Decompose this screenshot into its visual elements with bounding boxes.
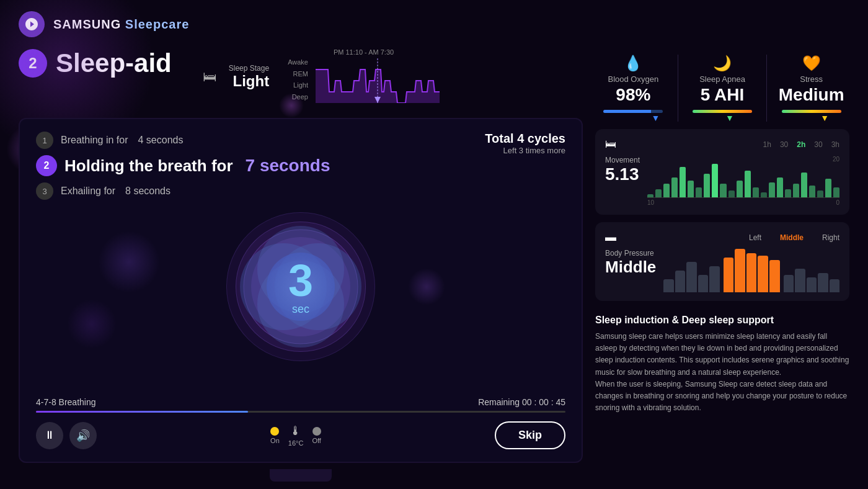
step-number-badge: 2 xyxy=(19,49,47,78)
tv-controls: 4-7-8 Breathing Remaining 00 : 00 : 45 ⏸… xyxy=(36,397,565,449)
step-num-2: 2 xyxy=(36,155,57,176)
movement-value: 5.13 xyxy=(605,164,640,184)
movement-icon: 🛏 xyxy=(605,138,616,151)
sleep-stage-area: 🛏 Sleep Stage Light PM 11:10 - AM 7:30 A… xyxy=(203,48,440,105)
tab-1h[interactable]: 1h xyxy=(763,140,771,149)
breath-number: 3 xyxy=(288,258,313,303)
blood-oxygen-value: 98% xyxy=(595,85,671,105)
pos-middle: Middle xyxy=(780,233,804,242)
sleep-apnea-card: 🌙 Sleep Apnea 5 AHI ▼ xyxy=(684,55,761,122)
header: SAMSUNG Sleepcare xyxy=(0,0,868,48)
pause-button[interactable]: ⏸ xyxy=(36,422,63,449)
indicator-temp-label: 16°C xyxy=(288,439,304,447)
movement-card: 🛏 1h 30 2h 30 3h Movement 5.13 xyxy=(595,129,849,215)
brand-samsung: SAMSUNG xyxy=(53,17,121,31)
step-1-time: 4 seconds xyxy=(138,135,184,146)
stress-icon: 🧡 xyxy=(773,55,849,72)
movement-value-section: Movement 5.13 xyxy=(605,156,640,184)
pressure-value-section: Body Pressure Middle xyxy=(605,249,656,277)
stress-card: 🧡 Stress Medium ▼ xyxy=(773,55,849,122)
breath-counter: 3 sec xyxy=(288,258,313,316)
controls-row: ⏸ 🔊 On 🌡 16°C xyxy=(36,421,565,449)
cycles-info: Total 4 cycles Left 3 times more xyxy=(485,132,565,155)
grid-bottom-labels: 100 xyxy=(647,199,839,206)
pressure-icon: ▬ xyxy=(605,231,616,244)
stage-light: Light xyxy=(288,81,308,89)
desc-title: Sleep induction & Deep sleep support xyxy=(595,315,849,326)
sleep-chart-svg xyxy=(316,58,440,105)
playback-controls: ⏸ 🔊 xyxy=(36,422,97,449)
sleep-stage-text: Sleep Stage xyxy=(229,64,269,73)
right-panel: 💧 Blood Oxygen 98% ▼ 🌙 Sleep Apnea 5 AHI xyxy=(595,48,849,482)
tab-3h[interactable]: 3h xyxy=(831,140,839,149)
blood-oxygen-icon: 💧 xyxy=(595,55,671,72)
movement-content: Movement 5.13 20 xyxy=(605,156,839,206)
pressure-content: Body Pressure Middle xyxy=(605,249,839,292)
desc-text: Samsung sleep care helps users minimize … xyxy=(595,331,849,414)
step-3-text: Exhailing for xyxy=(61,186,115,197)
device-indicators: On 🌡 16°C Off xyxy=(270,424,321,447)
pressure-position-labels: Left Middle Right xyxy=(749,233,839,242)
step-1-text: Breathing in for xyxy=(61,135,128,146)
tv-stand xyxy=(270,469,332,482)
time-tabs: 1h 30 2h 30 3h xyxy=(763,140,839,149)
stage-rem: REM xyxy=(288,70,308,78)
tab-30b[interactable]: 30 xyxy=(814,140,822,149)
breath-animation: 3 sec xyxy=(36,206,565,367)
chart-time-range: PM 11:10 - AM 7:30 xyxy=(288,48,440,56)
stage-labels: Awake REM Light Deep xyxy=(288,58,312,101)
movement-label: Movement xyxy=(605,156,640,164)
sleep-apnea-value: 5 AHI xyxy=(684,85,761,105)
movement-chart-section: 20 xyxy=(647,156,839,206)
pressure-card-header: ▬ Left Middle Right xyxy=(605,231,839,244)
cycles-left: Left 3 times more xyxy=(485,146,565,155)
tab-2h[interactable]: 2h xyxy=(797,140,805,149)
sleep-chart-container: PM 11:10 - AM 7:30 Awake REM Light Deep xyxy=(288,48,440,105)
volume-button[interactable]: 🔊 xyxy=(69,422,97,449)
indicator-temp: 🌡 16°C xyxy=(288,424,304,447)
step-num-3: 3 xyxy=(36,182,53,200)
indicator-on: On xyxy=(270,427,280,444)
tab-30a[interactable]: 30 xyxy=(780,140,788,149)
stress-value: Medium xyxy=(773,85,849,105)
pos-left: Left xyxy=(749,233,761,242)
divider-2 xyxy=(766,55,767,122)
blood-oxygen-label: Blood Oxygen xyxy=(595,74,671,84)
breath-circles: 3 sec xyxy=(220,206,381,367)
pos-right: Right xyxy=(822,233,839,242)
sleep-apnea-label: Sleep Apnea xyxy=(684,74,761,84)
description-section: Sleep induction & Deep sleep support Sam… xyxy=(595,308,849,420)
body-pressure-card: ▬ Left Middle Right Body Pressure Middle xyxy=(595,222,849,301)
movement-card-header: 🛏 1h 30 2h 30 3h xyxy=(605,138,839,151)
left-panel: 2 Sleep-aid 🛏 Sleep Stage Light PM 11:10… xyxy=(19,48,583,482)
sleep-apnea-icon: 🌙 xyxy=(684,55,761,72)
sleep-stage-icon: 🛏 xyxy=(203,69,216,85)
page-title: Sleep-aid xyxy=(56,48,172,78)
indicator-off-label: Off xyxy=(312,437,321,444)
step-num-1: 1 xyxy=(36,132,53,149)
stage-awake: Awake xyxy=(288,58,308,66)
cycles-total: Total 4 cycles xyxy=(485,132,565,146)
blood-oxygen-card: 💧 Blood Oxygen 98% ▼ xyxy=(595,55,671,122)
step-2-time: 7 seconds xyxy=(246,156,330,176)
stage-deep: Deep xyxy=(288,93,308,101)
step-number: 2 xyxy=(29,55,37,72)
indicator-off: Off xyxy=(312,427,321,444)
breathing-title: 4-7-8 Breathing xyxy=(36,397,96,407)
remaining-time: Remaining 00 : 00 : 45 xyxy=(478,397,565,407)
breath-step-3: 3 Exhailing for 8 seconds xyxy=(36,182,565,200)
sleep-stage-value: Light xyxy=(229,73,269,90)
timer-row: 4-7-8 Breathing Remaining 00 : 00 : 45 xyxy=(36,397,565,407)
tv-screen: 1 Breathing in for 4 seconds 2 Holding t… xyxy=(19,118,583,463)
stress-label: Stress xyxy=(773,74,849,84)
skip-button[interactable]: Skip xyxy=(495,421,565,449)
sleep-stage-label: Sleep Stage Light xyxy=(229,64,269,90)
thermometer-icon: 🌡 xyxy=(290,424,302,438)
movement-bars xyxy=(647,164,839,198)
step-3-time: 8 seconds xyxy=(125,186,170,197)
indicator-on-label: On xyxy=(270,437,280,444)
metrics-row: 💧 Blood Oxygen 98% ▼ 🌙 Sleep Apnea 5 AHI xyxy=(595,48,849,122)
pressure-bars xyxy=(663,249,839,292)
breath-step-2: 2 Holding the breath for 7 seconds xyxy=(36,155,565,176)
divider-1 xyxy=(678,55,678,122)
